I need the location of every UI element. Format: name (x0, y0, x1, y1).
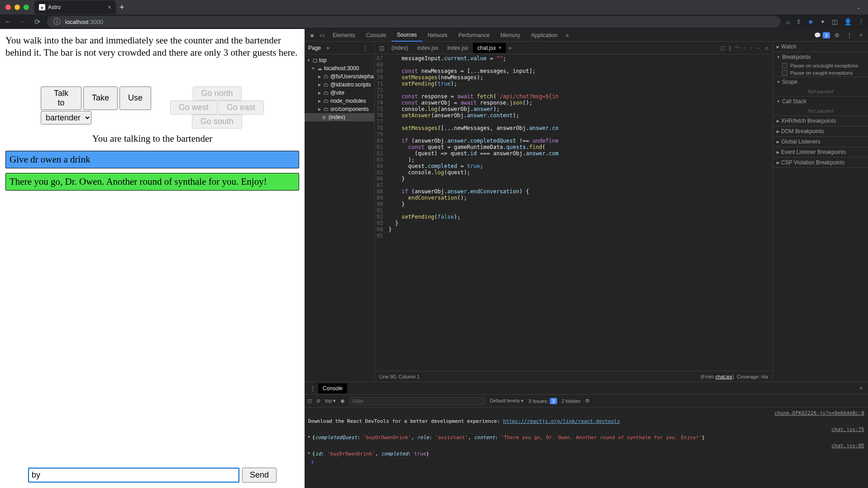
sidepanel-icon[interactable]: ◫ (832, 18, 838, 25)
message-source-link[interactable]: chunk-DFKQJ226.js?v=9e6b4e8c:8 (774, 410, 864, 416)
window-maximize-button[interactable] (24, 5, 29, 10)
close-icon[interactable]: × (499, 45, 501, 50)
breakpoints-section[interactable]: ▼Breakpoints (773, 52, 868, 62)
callstack-section[interactable]: ▼Call Stack (773, 96, 868, 106)
issues-count: 3 (823, 32, 830, 38)
chat-input[interactable] (28, 468, 239, 483)
scope-not-paused: Not paused (773, 87, 868, 96)
file-tab-active[interactable]: chat.jsx× (473, 43, 506, 53)
device-toggle-icon[interactable]: ▭ (317, 32, 327, 38)
devtools-close-icon[interactable]: × (857, 32, 865, 38)
extensions-icon[interactable]: ✦ (820, 18, 825, 25)
live-expression-icon[interactable]: ◉ (340, 398, 345, 404)
console-drawer-tab[interactable]: Console (318, 383, 347, 393)
expand-icon: ▶ (308, 451, 312, 457)
scope-section[interactable]: ▼Scope (773, 77, 868, 87)
menu-icon[interactable]: ⋮ (858, 18, 864, 25)
profile-icon[interactable]: 👤 (844, 18, 852, 25)
react-devtools-link[interactable]: https://reactjs.org/link/react-devtools (503, 418, 620, 424)
address-bar[interactable]: ⓘ localhost:3000 (47, 16, 781, 28)
tab-close-icon[interactable]: × (108, 4, 111, 11)
talking-to-label: You are talking to the bartender (5, 133, 299, 144)
watch-section[interactable]: ▶Watch (773, 42, 868, 52)
settings-icon[interactable]: ⚙ (832, 32, 842, 38)
deactivate-breakpoints-icon[interactable]: ⌀ (765, 45, 768, 51)
csp-bp-section[interactable]: ▶CSP Violation Breakpoints (773, 158, 868, 167)
step-out-icon[interactable]: ↑ (749, 45, 752, 51)
window-minimize-button[interactable] (14, 5, 20, 10)
tree-folder[interactable]: ▶🗀@vite (305, 89, 374, 97)
search-icon[interactable]: ⌕ (786, 18, 790, 25)
tree-top[interactable]: ▼▢top (305, 56, 374, 64)
more-tabs-icon[interactable]: » (563, 32, 572, 38)
console-settings-icon[interactable]: ⚙ (585, 398, 590, 404)
take-button[interactable]: Take (83, 86, 118, 110)
message-source-link[interactable]: chat.jsx:85 (831, 443, 864, 449)
tabs-dropdown-icon[interactable]: ⌄ (856, 4, 861, 10)
page-navigator-tab[interactable]: Page (308, 45, 321, 51)
file-tab[interactable]: index.jsx (413, 43, 443, 53)
dom-bp-section[interactable]: ▶DOM Breakpoints (773, 126, 868, 136)
console-message[interactable]: ▶ {id: 'buyDrOwenDrink', completed: true… (306, 450, 866, 458)
use-button[interactable]: Use (119, 86, 151, 110)
pause-icon[interactable]: ‖ (729, 45, 731, 51)
new-tab-button[interactable]: + (119, 3, 124, 12)
go-north-button: Go north (193, 86, 242, 100)
tab-application[interactable]: Application (525, 29, 563, 41)
tab-console[interactable]: Console (361, 29, 391, 41)
console-message: chunk-DFKQJ226.js?v=9e6b4e8c:8 (306, 409, 866, 417)
tab-sources[interactable]: Sources (391, 29, 422, 42)
pause-uncaught-checkbox[interactable]: Pause on uncaught exceptions (773, 62, 868, 69)
tree-host[interactable]: ▼☁localhost:3000 (305, 64, 374, 72)
more-files-icon[interactable]: » (506, 45, 515, 51)
site-info-icon[interactable]: ⓘ (52, 17, 62, 27)
share-icon[interactable]: ⇧ (796, 18, 801, 25)
toggle-navigator-icon[interactable]: ◫ (377, 45, 387, 51)
console-context-select[interactable]: top ▾ (325, 398, 336, 404)
talk-to-button[interactable]: Talk to (41, 86, 81, 110)
console-close-icon[interactable]: × (857, 385, 865, 392)
step-over-icon[interactable]: ↷ (735, 45, 739, 51)
navigator-menu-icon[interactable]: ⋮ (360, 45, 371, 51)
event-bp-section[interactable]: ▶Event Listener Breakpoints (773, 147, 868, 157)
console-message[interactable]: ▶ {completedQuest: 'buyDrOwenDrink', rol… (306, 434, 866, 442)
inspect-icon[interactable]: ◈ (307, 32, 317, 38)
tree-folder[interactable]: ▶🗀@fs/Users/stepha (305, 72, 374, 81)
browser-tab[interactable]: ⎈ Astro × (34, 0, 116, 14)
reload-button[interactable]: ⟳ (33, 18, 42, 26)
tree-folder[interactable]: ▶🗀node_modules (305, 97, 374, 105)
step-into-icon[interactable]: ↓ (743, 45, 746, 51)
tab-elements[interactable]: Elements (327, 29, 361, 41)
tab-network[interactable]: Network (422, 29, 453, 41)
issues-icon[interactable]: 💬 (814, 32, 821, 38)
target-select[interactable]: bartender (41, 111, 91, 124)
pause-caught-checkbox[interactable]: Pause on caught exceptions (773, 69, 868, 77)
issues-summary[interactable]: 3 Issues: 3 (528, 398, 557, 404)
console-filter-input[interactable] (349, 397, 485, 405)
send-button[interactable]: Send (242, 468, 277, 483)
back-button[interactable]: ← (4, 18, 13, 26)
step-icon[interactable]: → (756, 45, 761, 51)
devtools-menu-icon[interactable]: ⋮ (844, 32, 855, 38)
tree-file-index[interactable]: 🗎(index) (305, 113, 374, 121)
toggle-debugger-icon[interactable]: ◫ (720, 45, 725, 51)
console-sidebar-icon[interactable]: ◫ (307, 398, 312, 404)
message-source-link[interactable]: chat.jsx:75 (831, 426, 864, 432)
more-navigator-icon[interactable]: » (324, 45, 332, 51)
clear-console-icon[interactable]: ⊘ (316, 398, 320, 404)
window-close-button[interactable] (5, 5, 11, 10)
file-tab[interactable]: (index) (387, 43, 413, 53)
log-levels-select[interactable]: Default levels ▾ (490, 398, 524, 404)
tab-performance[interactable]: Performance (453, 29, 495, 41)
user-message: Give dr owen a drink (5, 151, 299, 168)
xhr-bp-section[interactable]: ▶XHR/fetch Breakpoints (773, 116, 868, 126)
tab-memory[interactable]: Memory (495, 29, 525, 41)
code-editor[interactable]: 6768697071727374757677787980818283848586… (375, 54, 773, 371)
global-listeners-section[interactable]: ▶Global Listeners (773, 137, 868, 147)
tree-folder[interactable]: ▶🗀@id/astro:scripts (305, 81, 374, 89)
console-menu-icon[interactable]: ⋮ (307, 385, 318, 392)
console-prompt[interactable]: ❯ (306, 458, 866, 466)
tree-folder[interactable]: ▶🗀src/components (305, 105, 374, 113)
file-tab[interactable]: index.jsx (443, 43, 473, 53)
bookmark-icon[interactable]: ★ (808, 18, 814, 25)
